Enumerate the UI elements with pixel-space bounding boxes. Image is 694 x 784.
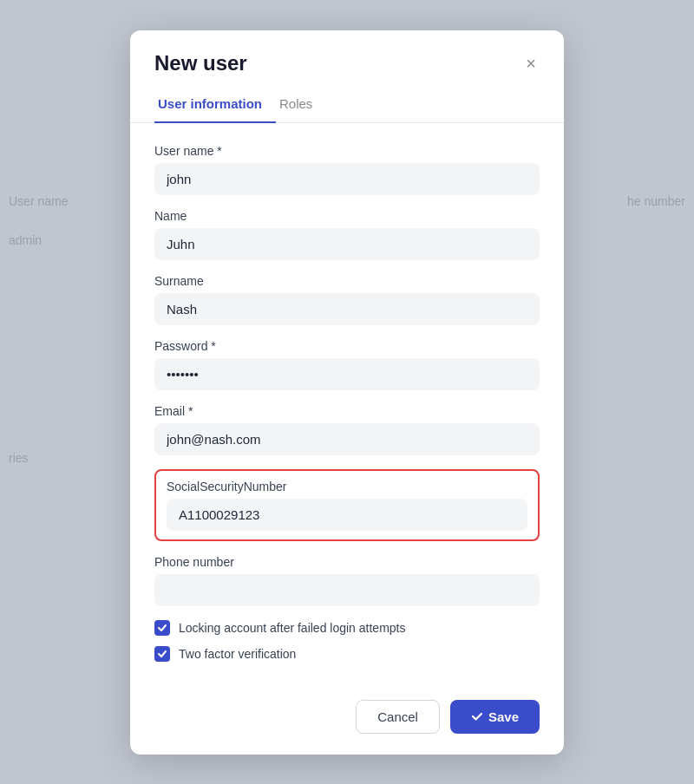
- save-button[interactable]: Save: [450, 700, 540, 734]
- name-label: Name: [154, 209, 540, 223]
- password-label: Password *: [154, 339, 540, 353]
- email-label: Email *: [154, 404, 540, 418]
- new-user-modal: New user × User information Roles User n…: [130, 30, 564, 755]
- save-icon: [471, 710, 483, 722]
- username-field-group: User name *: [154, 144, 540, 195]
- email-field-group: Email *: [154, 404, 540, 455]
- cancel-button[interactable]: Cancel: [356, 700, 440, 734]
- two-factor-checkbox-group: Two factor verification: [154, 646, 540, 662]
- tab-roles[interactable]: Roles: [276, 89, 326, 123]
- locking-checkbox[interactable]: [154, 620, 170, 636]
- modal-footer: Cancel Save: [130, 686, 564, 755]
- locking-checkbox-group: Locking account after failed login attem…: [154, 620, 540, 636]
- ssn-label: SocialSecurityNumber: [167, 480, 527, 493]
- close-button[interactable]: ×: [522, 51, 540, 75]
- phone-input[interactable]: [154, 574, 540, 606]
- tabs-container: User information Roles: [130, 75, 564, 123]
- name-field-group: Name: [154, 209, 540, 260]
- modal-title: New user: [154, 51, 247, 75]
- phone-field-group: Phone number: [154, 555, 540, 606]
- ssn-input[interactable]: [167, 499, 527, 531]
- email-input[interactable]: [154, 423, 540, 455]
- two-factor-checkbox[interactable]: [154, 646, 170, 662]
- password-input[interactable]: [154, 358, 540, 390]
- check-icon: [157, 623, 167, 633]
- check-icon-2: [157, 649, 167, 659]
- surname-label: Surname: [154, 274, 540, 288]
- username-label: User name *: [154, 144, 540, 158]
- two-factor-checkbox-label: Two factor verification: [179, 647, 296, 661]
- ssn-field-group-highlighted: SocialSecurityNumber: [154, 469, 540, 541]
- username-input[interactable]: [154, 163, 540, 195]
- locking-checkbox-label: Locking account after failed login attem…: [179, 621, 406, 635]
- surname-field-group: Surname: [154, 274, 540, 325]
- modal-header: New user ×: [130, 30, 564, 75]
- modal-body: User name * Name Surname Password * Emai…: [130, 123, 564, 686]
- password-field-group: Password *: [154, 339, 540, 390]
- surname-input[interactable]: [154, 293, 540, 325]
- tab-user-information[interactable]: User information: [154, 89, 276, 123]
- phone-label: Phone number: [154, 555, 540, 569]
- name-input[interactable]: [154, 228, 540, 260]
- modal-overlay: New user × User information Roles User n…: [0, 0, 694, 784]
